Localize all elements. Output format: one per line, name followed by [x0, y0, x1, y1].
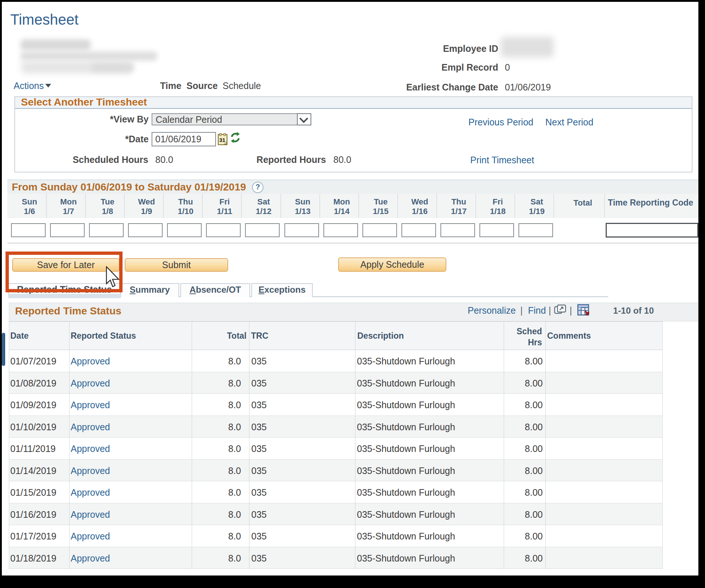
svg-text:31: 31: [219, 137, 226, 143]
